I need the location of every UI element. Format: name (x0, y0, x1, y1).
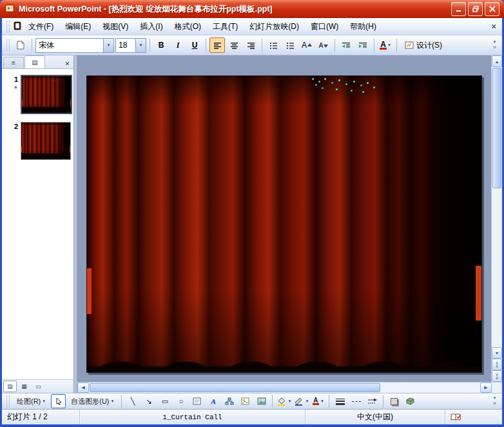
italic-button[interactable]: I (170, 37, 186, 53)
font-size-combobox[interactable]: 18 ▼ (115, 38, 146, 53)
minimize-button[interactable] (451, 2, 466, 16)
animation-indicator-icon: ★ (14, 85, 18, 90)
outline-tab[interactable]: ≡ (3, 57, 24, 68)
menu-item-slideshow[interactable]: 幻灯片放映(D) (244, 19, 304, 34)
fireworks-decoration (50, 78, 50, 79)
menu-item-edit[interactable]: 编辑(E) (60, 19, 96, 34)
horizontal-scroll-thumb[interactable] (90, 383, 380, 392)
toolbar-options-button[interactable]: ▼ » (490, 393, 499, 409)
align-right-icon (247, 42, 255, 49)
panel-close-button[interactable]: ✕ (63, 59, 72, 68)
slideshow-view-button[interactable]: ▭ (32, 381, 45, 392)
toolbar-drag-handle[interactable] (6, 395, 10, 407)
3d-style-button[interactable] (403, 394, 418, 408)
slide-1-thumbnail[interactable] (21, 75, 72, 114)
clipart-icon (241, 397, 249, 405)
curtain-left-bar (22, 100, 23, 106)
arrow-style-button[interactable] (365, 394, 380, 408)
thumbnail-list: 1 ★ (2, 69, 73, 379)
increase-font-size-button[interactable]: A (299, 37, 315, 53)
dash-style-button[interactable] (349, 394, 363, 408)
align-right-button[interactable] (243, 37, 258, 53)
menu-item-window[interactable]: 窗口(W) (305, 19, 344, 34)
size-dropdown-button[interactable]: ▼ (135, 39, 146, 52)
insert-picture-button[interactable] (254, 394, 269, 408)
oval-tool-button[interactable]: ○ (173, 394, 188, 408)
new-slide-button[interactable] (13, 37, 28, 53)
powerpoint-icon (5, 3, 15, 15)
font-name-combobox[interactable]: 宋体 ▼ (35, 38, 114, 53)
font-color-dropdown[interactable]: ▼ (387, 43, 391, 47)
menu-item-tools[interactable]: 工具(T) (208, 19, 243, 34)
page-icon (17, 41, 24, 50)
diagram-icon (225, 397, 234, 405)
increase-indent-button[interactable] (355, 37, 371, 53)
toolbar-drag-handle[interactable] (6, 21, 10, 32)
vertical-scroll-thumb[interactable] (492, 68, 501, 188)
down-triangle-icon (324, 43, 328, 48)
shadow-style-button[interactable] (387, 394, 402, 408)
line-color-button[interactable]: ▼ (293, 394, 309, 408)
restore-button[interactable] (468, 2, 483, 16)
close-button[interactable] (485, 2, 499, 16)
font-dropdown-button[interactable]: ▼ (103, 39, 113, 52)
decrease-indent-button[interactable] (338, 37, 354, 53)
slide-canvas[interactable] (86, 75, 482, 373)
fill-color-button[interactable]: ▼ (276, 394, 292, 408)
select-objects-button[interactable] (51, 394, 66, 408)
curtain-left-bar (21, 146, 22, 152)
editor-canvas[interactable] (77, 55, 491, 382)
menu-item-insert[interactable]: 插入(I) (135, 19, 168, 34)
slides-tab[interactable]: ▤ (24, 55, 45, 68)
decrease-font-size-button[interactable]: A (316, 37, 331, 53)
title-bar[interactable]: Microsoft PowerPoint - [热烈欢迎 绽放烟花舞台幕布拉开p… (0, 0, 504, 18)
underline-button[interactable]: U (187, 37, 202, 53)
arrow-tool-button[interactable]: ↘ (141, 394, 156, 408)
horizontal-scrollbar[interactable]: ◀ ▶ (77, 382, 502, 393)
toolbar-options-button[interactable]: ▼ » (490, 37, 499, 53)
normal-view-button[interactable]: ▤ (3, 381, 17, 392)
insert-clipart-button[interactable] (238, 394, 253, 408)
slide-sorter-view-button[interactable]: ▦ (17, 381, 31, 392)
font-color-button[interactable]: A ▼ (378, 37, 393, 53)
align-center-button[interactable] (226, 37, 242, 53)
scroll-left-button[interactable]: ◀ (77, 382, 89, 393)
slide-1-row: 1 ★ (4, 75, 73, 114)
line-style-button[interactable] (333, 394, 347, 408)
previous-slide-button[interactable]: ∧∧ (492, 359, 502, 370)
vertical-scrollbar[interactable]: ▲ ▼ ∧∧ ∨∨ (491, 55, 502, 382)
line-tool-button[interactable]: ╲ (125, 394, 140, 408)
slide-design-button[interactable]: 设计(S) (400, 37, 447, 53)
bullet-list-icon (286, 42, 295, 49)
font-color-button-2[interactable]: A ▼ (311, 394, 325, 408)
menu-item-file[interactable]: 文件(F) (23, 19, 59, 34)
vertical-scroll-track[interactable] (492, 67, 502, 347)
align-left-icon (213, 42, 222, 49)
insert-diagram-button[interactable] (222, 394, 237, 408)
autoshapes-button[interactable]: 自选图形(U) ▼ (67, 394, 118, 408)
next-slide-button[interactable]: ∨∨ (492, 370, 502, 382)
draw-menu-button[interactable]: 绘图(R) ▼ (13, 394, 50, 408)
rectangle-tool-button[interactable]: ▭ (157, 394, 172, 408)
bullet-list-button[interactable] (282, 37, 298, 53)
scroll-down-button[interactable]: ▼ (492, 347, 502, 359)
fireworks-decoration (49, 124, 50, 125)
menu-item-format[interactable]: 格式(O) (170, 19, 206, 34)
spellcheck-status[interactable] (445, 410, 502, 424)
numbered-list-button[interactable] (266, 37, 281, 53)
slide-2-thumbnail[interactable] (21, 122, 71, 160)
font-name-value: 宋体 (36, 40, 103, 51)
scroll-right-button[interactable]: ▶ (480, 382, 492, 393)
language-status[interactable]: 中文(中国) (305, 410, 445, 424)
menu-item-view[interactable]: 视图(V) (97, 19, 133, 34)
document-close-button[interactable]: ✕ (488, 21, 499, 32)
align-left-button[interactable] (209, 37, 225, 53)
menu-item-help[interactable]: 帮助(H) (345, 19, 382, 34)
toolbar-drag-handle[interactable] (6, 39, 10, 51)
text-box-button[interactable] (189, 394, 204, 408)
horizontal-scroll-track[interactable] (89, 382, 480, 393)
panel-tabs: ≡ ▤ ✕ (2, 55, 73, 69)
scroll-up-button[interactable]: ▲ (492, 55, 502, 67)
wordart-button[interactable]: A (206, 394, 220, 408)
bold-button[interactable]: B (153, 37, 169, 53)
